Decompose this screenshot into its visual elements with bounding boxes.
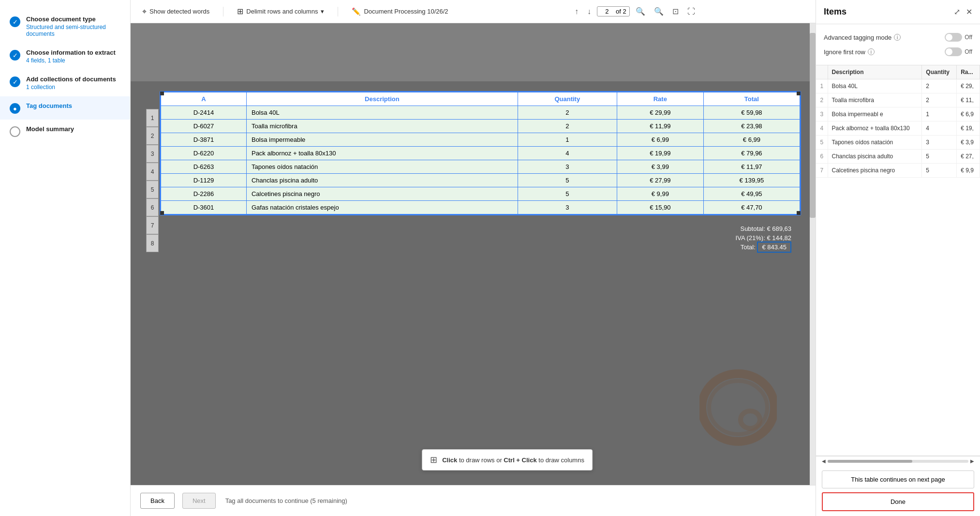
sidebar-step-add-collections[interactable]: ✓ Add collections of documents 1 collect… [0, 70, 130, 96]
list-item[interactable]: 4 Pack albornoz + toalla 80x130 4 € 19, [816, 121, 980, 136]
doc-table-area[interactable]: 1 2 3 4 5 6 7 8 [131, 81, 816, 485]
zoom-out-btn[interactable]: 🔍 [633, 6, 648, 17]
done-button[interactable]: Done [822, 492, 974, 511]
cell-id-5: D-6263 [161, 160, 247, 174]
fit-page-btn[interactable]: ⊡ [669, 6, 682, 17]
advanced-tagging-info-icon[interactable]: i [894, 34, 901, 41]
top-toolbar: ⌖ Show detected words ⊞ Delimit rows and… [131, 0, 816, 23]
advanced-tagging-toggle[interactable]: Off [945, 33, 972, 42]
show-detected-words-btn[interactable]: ⌖ Show detected words [138, 5, 213, 18]
cell-desc-3: Bolsa impermeable [246, 133, 518, 147]
sidebar-step-choose-doc-type[interactable]: ✓ Choose document type Structured and se… [0, 10, 130, 43]
step-icon-2: ✓ [10, 50, 20, 61]
ignore-first-row-toggle[interactable]: Off [945, 47, 972, 56]
document-processing-btn[interactable]: ✏️ Document Processing 10/26/2 [348, 5, 452, 18]
ignore-first-row-label: Ignore first row i [824, 48, 875, 56]
bottom-message: Tag all documents to continue (5 remaini… [225, 497, 347, 504]
scroll-left-arrow[interactable]: ◀ [820, 458, 828, 464]
items-idx-3: 3 [816, 107, 828, 121]
table-row: D-6027 Toalla microfibra 2 € 11,99 € 23,… [161, 120, 800, 133]
cell-id-3: D-3871 [161, 133, 247, 147]
ignore-first-row-info-icon[interactable]: i [868, 48, 875, 55]
expand-icon[interactable]: ⤢ [954, 7, 960, 16]
handle-tr[interactable] [797, 91, 801, 95]
doc-scrollbar-thumb [810, 33, 816, 218]
step-icon-4: ● [10, 103, 20, 114]
list-item[interactable]: 1 Bolsa 40L 2 € 29, [816, 79, 980, 93]
document-area: 1 2 3 4 5 6 7 8 [131, 23, 816, 485]
cell-rate-8: € 15,90 [617, 201, 703, 214]
items-qty-1: 2 [922, 79, 957, 93]
sidebar-step-choose-info[interactable]: ✓ Choose information to extract 4 fields… [0, 43, 130, 70]
rn-7: 7 [146, 216, 159, 234]
items-rate-3: € 6,9 [957, 107, 980, 121]
items-qty-7: 5 [922, 164, 957, 178]
table-row: D-6220 Pack albornoz + toalla 80x130 4 €… [161, 147, 800, 160]
scroll-right-arrow[interactable]: ▶ [968, 458, 976, 464]
page-down-btn[interactable]: ↓ [584, 6, 594, 17]
step-title-3: Add collections of documents [26, 76, 116, 83]
cell-desc-1: Bolsa 40L [246, 106, 518, 120]
close-icon[interactable]: ✕ [966, 7, 972, 16]
advanced-tagging-value: Off [965, 34, 972, 41]
advanced-tagging-track[interactable] [945, 33, 962, 42]
list-item[interactable]: 7 Calcetines piscina negro 5 € 9,9 [816, 164, 980, 178]
grid-icon: ⊞ [237, 7, 243, 16]
iva-row: IVA (21%): € 144,82 [155, 234, 791, 242]
back-button[interactable]: Back [140, 493, 175, 509]
zoom-in-btn[interactable]: 🔍 [651, 6, 667, 17]
items-rate-2: € 11, [957, 93, 980, 107]
list-item[interactable]: 5 Tapones oídos natación 3 € 3,9 [816, 136, 980, 150]
items-idx-6: 6 [816, 150, 828, 164]
panel-header-icons: ⤢ ✕ [954, 7, 972, 16]
panel-header: Items ⤢ ✕ [816, 0, 980, 24]
next-button[interactable]: Next [182, 493, 216, 509]
tooltip-mid: to draw rows or [459, 456, 504, 464]
sidebar-step-model-summary[interactable]: Model summary [0, 120, 130, 143]
rn-1: 1 [146, 109, 159, 127]
items-qty-2: 2 [922, 93, 957, 107]
page-number-input[interactable] [600, 8, 614, 15]
ignore-first-row-track[interactable] [945, 47, 962, 56]
delimit-rows-btn[interactable]: ⊞ Delimit rows and columns ▾ [233, 5, 328, 18]
items-rate-7: € 9,9 [957, 164, 980, 178]
cell-total-8: € 47,70 [703, 201, 800, 214]
table-row: D-2286 Calcetines piscina negro 5 € 9,99… [161, 187, 800, 201]
tooltip-text: Click to draw rows or Ctrl + Click to dr… [442, 456, 584, 464]
advanced-tagging-text: Advanced tagging mode [824, 34, 891, 41]
list-item[interactable]: 2 Toalla microfibra 2 € 11, [816, 93, 980, 107]
page-up-btn[interactable]: ↑ [572, 6, 581, 17]
handle-bl[interactable] [160, 211, 164, 215]
toolbar-divider-2 [338, 7, 338, 16]
right-panel: Items ⤢ ✕ Advanced tagging mode i Off Ig… [816, 0, 980, 516]
items-qty-3: 1 [922, 107, 957, 121]
items-rate-5: € 3,9 [957, 136, 980, 150]
table-container: 1 2 3 4 5 6 7 8 [160, 91, 801, 215]
step-icon-5 [10, 126, 20, 137]
fullscreen-btn[interactable]: ⛶ [684, 6, 698, 17]
doc-scrollbar[interactable] [810, 23, 816, 485]
items-idx-5: 5 [816, 136, 828, 150]
invoice-table: A Description Quantity Rate Total D-2414… [161, 92, 800, 214]
items-col-idx [816, 65, 828, 79]
items-idx-4: 4 [816, 121, 828, 136]
page-total-label: of 2 [616, 8, 626, 15]
table-continues-button[interactable]: This table continues on next page [822, 470, 974, 488]
list-item[interactable]: 3 Bolsa impermeabl e 1 € 6,9 [816, 107, 980, 121]
cell-qty-1: 2 [518, 106, 617, 120]
cell-qty-4: 4 [518, 147, 617, 160]
horizontal-scrollbar[interactable] [828, 460, 968, 463]
col-a: A [161, 92, 247, 106]
handle-br[interactable] [797, 211, 801, 215]
items-desc-3: Bolsa impermeabl e [828, 107, 922, 121]
items-idx-1: 1 [816, 79, 828, 93]
cell-id-2: D-6027 [161, 120, 247, 133]
handle-tl[interactable] [160, 91, 164, 95]
step-title-2: Choose information to extract [26, 49, 116, 56]
items-desc-1: Bolsa 40L [828, 79, 922, 93]
sidebar-step-tag-documents[interactable]: ● Tag documents [0, 96, 130, 120]
step-content-2: Choose information to extract 4 fields, … [26, 49, 116, 64]
col-quantity: Quantity [518, 92, 617, 106]
list-item[interactable]: 6 Chanclas piscina adulto 5 € 27, [816, 150, 980, 164]
tooltip-click: Click [442, 456, 457, 464]
